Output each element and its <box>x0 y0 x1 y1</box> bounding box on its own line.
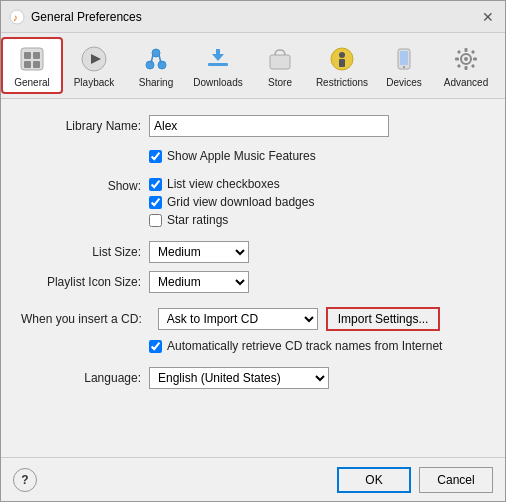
library-name-input[interactable] <box>149 115 389 137</box>
svg-rect-5 <box>24 61 31 68</box>
toolbar-item-devices[interactable]: Devices <box>373 37 435 94</box>
downloads-icon <box>202 43 234 75</box>
svg-rect-32 <box>457 64 461 68</box>
title-bar: ♪ General Preferences ✕ <box>1 1 505 33</box>
cd-row: When you insert a CD: Ask to Import CD I… <box>21 307 485 331</box>
toolbar-item-sharing[interactable]: Sharing <box>125 37 187 94</box>
list-view-row: List view checkboxes <box>149 177 314 191</box>
apple-music-checkbox[interactable] <box>149 150 162 163</box>
star-ratings-row: Star ratings <box>149 213 314 227</box>
show-row: Show: List view checkboxes Grid view dow… <box>21 177 485 227</box>
svg-point-19 <box>339 52 345 58</box>
apple-music-row: Show Apple Music Features <box>149 149 485 163</box>
preferences-window: ♪ General Preferences ✕ General <box>0 0 506 502</box>
advanced-icon <box>450 43 482 75</box>
svg-point-23 <box>403 66 405 68</box>
playlist-icon-size-row: Playlist Icon Size: Small Medium Large <box>21 271 485 293</box>
svg-rect-4 <box>33 52 40 59</box>
close-button[interactable]: ✕ <box>479 8 497 26</box>
show-label: Show: <box>21 177 141 193</box>
star-ratings-label: Star ratings <box>167 213 228 227</box>
toolbar-label-downloads: Downloads <box>193 77 242 88</box>
svg-point-10 <box>158 61 166 69</box>
svg-rect-20 <box>339 59 345 67</box>
toolbar-label-sharing: Sharing <box>139 77 173 88</box>
svg-rect-17 <box>270 55 290 69</box>
language-row: Language: English (United States) Spanis… <box>21 367 485 389</box>
language-select[interactable]: English (United States) Spanish French G… <box>149 367 329 389</box>
toolbar-label-advanced: Advanced <box>444 77 488 88</box>
import-settings-button[interactable]: Import Settings... <box>326 307 441 331</box>
auto-retrieve-checkbox[interactable] <box>149 340 162 353</box>
toolbar-item-store[interactable]: Store <box>249 37 311 94</box>
title-bar-left: ♪ General Preferences <box>9 9 142 25</box>
svg-rect-33 <box>471 64 475 68</box>
show-checkboxes: List view checkboxes Grid view download … <box>149 177 314 227</box>
list-view-label: List view checkboxes <box>167 177 280 191</box>
svg-rect-14 <box>208 63 228 66</box>
toolbar: General Playback <box>1 33 505 99</box>
apple-music-label: Show Apple Music Features <box>167 149 316 163</box>
star-ratings-checkbox[interactable] <box>149 214 162 227</box>
toolbar-item-restrictions[interactable]: Restrictions <box>311 37 373 94</box>
language-label: Language: <box>21 371 141 385</box>
toolbar-item-playback[interactable]: Playback <box>63 37 125 94</box>
devices-icon <box>388 43 420 75</box>
svg-rect-30 <box>457 50 461 54</box>
grid-view-checkbox[interactable] <box>149 196 162 209</box>
list-size-label: List Size: <box>21 245 141 259</box>
svg-rect-27 <box>465 66 468 70</box>
cancel-button[interactable]: Cancel <box>419 467 493 493</box>
main-content: Library Name: Show Apple Music Features … <box>1 99 505 457</box>
ok-button[interactable]: OK <box>337 467 411 493</box>
store-icon <box>264 43 296 75</box>
help-button[interactable]: ? <box>13 468 37 492</box>
window-title: General Preferences <box>31 10 142 24</box>
auto-retrieve-row: Automatically retrieve CD track names fr… <box>149 339 485 353</box>
library-name-label: Library Name: <box>21 119 141 133</box>
svg-rect-6 <box>33 61 40 68</box>
toolbar-item-downloads[interactable]: Downloads <box>187 37 249 94</box>
svg-rect-22 <box>400 51 408 65</box>
list-view-checkbox[interactable] <box>149 178 162 191</box>
grid-view-row: Grid view download badges <box>149 195 314 209</box>
toolbar-label-general: General <box>14 77 50 88</box>
cd-action-select[interactable]: Ask to Import CD Import CD Import CD and… <box>158 308 318 330</box>
playlist-icon-size-select[interactable]: Small Medium Large <box>149 271 249 293</box>
playlist-icon-size-label: Playlist Icon Size: <box>21 275 141 289</box>
toolbar-label-restrictions: Restrictions <box>316 77 368 88</box>
bottom-right-buttons: OK Cancel <box>337 467 493 493</box>
svg-point-25 <box>464 57 468 61</box>
svg-point-9 <box>146 61 154 69</box>
list-size-select[interactable]: Small Medium Large <box>149 241 249 263</box>
toolbar-item-general[interactable]: General <box>1 37 63 94</box>
svg-text:♪: ♪ <box>13 12 18 23</box>
sharing-icon <box>140 43 172 75</box>
apple-music-checkbox-row: Show Apple Music Features <box>149 149 316 163</box>
grid-view-label: Grid view download badges <box>167 195 314 209</box>
toolbar-label-playback: Playback <box>74 77 115 88</box>
toolbar-item-advanced[interactable]: Advanced <box>435 37 497 94</box>
svg-rect-28 <box>455 58 459 61</box>
svg-rect-29 <box>473 58 477 61</box>
list-size-row: List Size: Small Medium Large <box>21 241 485 263</box>
svg-rect-16 <box>216 49 220 58</box>
toolbar-label-devices: Devices <box>386 77 422 88</box>
auto-retrieve-label: Automatically retrieve CD track names fr… <box>167 339 442 353</box>
general-icon <box>16 43 48 75</box>
svg-rect-3 <box>24 52 31 59</box>
svg-rect-26 <box>465 48 468 52</box>
toolbar-label-store: Store <box>268 77 292 88</box>
restrictions-icon <box>326 43 358 75</box>
playback-icon <box>78 43 110 75</box>
app-icon: ♪ <box>9 9 25 25</box>
bottom-bar: ? OK Cancel <box>1 457 505 501</box>
cd-label: When you insert a CD: <box>21 312 142 326</box>
library-name-row: Library Name: <box>21 115 485 137</box>
auto-retrieve-checkbox-row: Automatically retrieve CD track names fr… <box>149 339 442 353</box>
svg-rect-31 <box>471 50 475 54</box>
